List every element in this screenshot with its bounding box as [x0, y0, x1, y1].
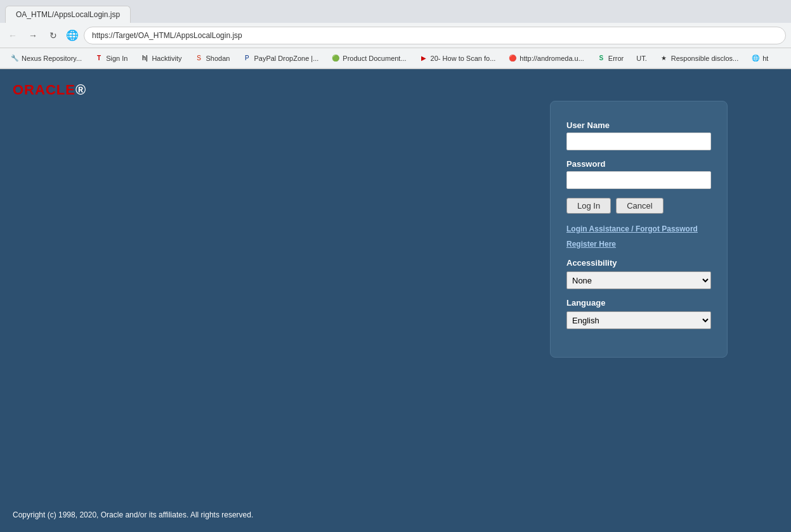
login-container: User Name Password Log In Cancel Login A… [550, 101, 728, 358]
register-row: Register Here [566, 238, 711, 249]
bookmark-shodan-label: Shodan [206, 55, 230, 62]
username-label: User Name [566, 120, 711, 130]
bookmark-product-doc[interactable]: 🟢 Product Document... [326, 53, 411, 64]
username-input[interactable] [566, 133, 711, 150]
password-label: Password [566, 159, 711, 169]
cancel-button[interactable]: Cancel [616, 198, 663, 214]
forward-button[interactable]: → [25, 28, 41, 43]
bookmark-product-doc-icon: 🟢 [331, 54, 340, 63]
button-row: Log In Cancel [566, 198, 711, 214]
bookmark-responsible-icon: ★ [660, 54, 669, 63]
bookmark-nexus-icon: 🔧 [10, 54, 19, 63]
bookmark-nexus[interactable]: 🔧 Nexus Repository... [5, 53, 87, 64]
bookmark-paypal-label: PayPal DropZone |... [254, 55, 318, 62]
forgot-password-row: Login Assistance / Forgot Password [566, 223, 711, 234]
bookmark-signin[interactable]: T Sign In [89, 53, 133, 64]
bookmark-shodan-icon: S [194, 54, 203, 63]
bookmarks-bar: 🔧 Nexus Repository... T Sign In h| Hackt… [0, 48, 791, 68]
bookmark-responsible-label: Responsible disclos... [671, 55, 738, 62]
bookmark-ht[interactable]: 🌐 ht [746, 53, 773, 64]
bookmark-nexus-label: Nexus Repository... [22, 55, 82, 62]
password-group: Password [566, 159, 711, 189]
browser-tab-active[interactable]: OA_HTML/AppsLocalLogin.jsp [5, 6, 131, 23]
accessibility-label: Accessibility [566, 258, 711, 268]
bookmark-error-icon: S [597, 54, 606, 63]
accessibility-select[interactable]: None Screen Reader Large Text [566, 271, 711, 289]
login-button[interactable]: Log In [566, 198, 611, 214]
language-select[interactable]: English French German Spanish Japanese [566, 311, 711, 329]
reload-button[interactable]: ↻ [46, 28, 61, 43]
browser-nav: ← → ↻ 🌐 [0, 23, 791, 48]
site-security-icon: 🌐 [66, 29, 79, 41]
bookmark-paypal[interactable]: P PayPal DropZone |... [237, 53, 324, 64]
password-input[interactable] [566, 171, 711, 189]
bookmark-error-label: Error [608, 55, 624, 62]
copyright: Copyright (c) 1998, 2020, Oracle and/or … [13, 510, 253, 519]
browser-tabs: OA_HTML/AppsLocalLogin.jsp [0, 0, 791, 23]
back-button[interactable]: ← [5, 28, 20, 43]
bookmark-hacktivity[interactable]: h| Hacktivity [135, 53, 186, 64]
bookmark-ht-label: ht [762, 55, 768, 62]
bookmark-responsible[interactable]: ★ Responsible disclos... [655, 53, 743, 64]
bookmark-ut[interactable]: UT. [631, 53, 652, 63]
browser-chrome: OA_HTML/AppsLocalLogin.jsp ← → ↻ 🌐 🔧 Nex… [0, 0, 791, 69]
bookmark-youtube[interactable]: ▶ 20- How to Scan fo... [414, 53, 501, 64]
bookmark-shodan[interactable]: S Shodan [189, 53, 235, 64]
bookmark-ut-label: UT. [636, 55, 647, 62]
page-content: ORACLE® User Name Password Log In Cancel… [0, 69, 791, 532]
forgot-password-link[interactable]: Login Assistance / Forgot Password [566, 224, 698, 233]
language-label: Language [566, 298, 711, 308]
oracle-logo: ORACLE® [13, 82, 778, 98]
bookmark-error[interactable]: S Error [592, 53, 629, 64]
bookmark-andromeda-label: http://andromeda.u... [520, 55, 584, 62]
username-group: User Name [566, 120, 711, 150]
bookmark-signin-icon: T [95, 54, 103, 63]
bookmark-product-doc-label: Product Document... [343, 55, 406, 62]
bookmark-paypal-icon: P [242, 54, 251, 63]
bookmark-ht-icon: 🌐 [751, 54, 760, 63]
bookmark-hacktivity-icon: h| [140, 54, 149, 63]
tab-title: OA_HTML/AppsLocalLogin.jsp [16, 10, 120, 19]
oracle-logo-text: ORACLE [13, 82, 75, 98]
language-group: Language English French German Spanish J… [566, 298, 711, 329]
bookmark-youtube-icon: ▶ [419, 54, 428, 63]
address-bar[interactable] [84, 27, 786, 44]
bookmark-signin-label: Sign In [106, 55, 127, 62]
bookmark-hacktivity-label: Hacktivity [152, 55, 181, 62]
register-link[interactable]: Register Here [566, 240, 616, 249]
accessibility-group: Accessibility None Screen Reader Large T… [566, 258, 711, 289]
bookmark-youtube-label: 20- How to Scan fo... [431, 55, 496, 62]
bookmark-andromeda[interactable]: 🔴 http://andromeda.u... [503, 53, 589, 64]
bookmark-andromeda-icon: 🔴 [508, 54, 517, 63]
